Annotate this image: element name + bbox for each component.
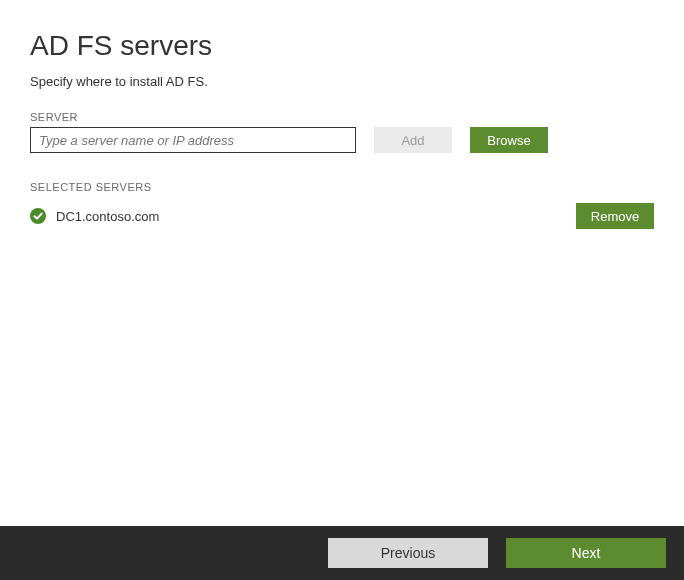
check-circle-icon [30,208,46,224]
selected-servers-list: DC1.contoso.com Remove [30,203,654,229]
remove-button[interactable]: Remove [576,203,654,229]
svg-point-0 [30,208,46,224]
browse-button[interactable]: Browse [470,127,548,153]
wizard-footer: Previous Next [0,526,684,580]
server-label: SERVER [30,111,654,123]
server-input-row: Add Browse [30,127,654,153]
selected-server-item: DC1.contoso.com Remove [30,203,654,229]
selected-server-name: DC1.contoso.com [56,209,159,224]
page-subtitle: Specify where to install AD FS. [30,74,654,89]
previous-button[interactable]: Previous [328,538,488,568]
page-title: AD FS servers [30,30,654,62]
selected-servers-label: SELECTED SERVERS [30,181,654,193]
next-button[interactable]: Next [506,538,666,568]
server-input[interactable] [30,127,356,153]
add-button: Add [374,127,452,153]
